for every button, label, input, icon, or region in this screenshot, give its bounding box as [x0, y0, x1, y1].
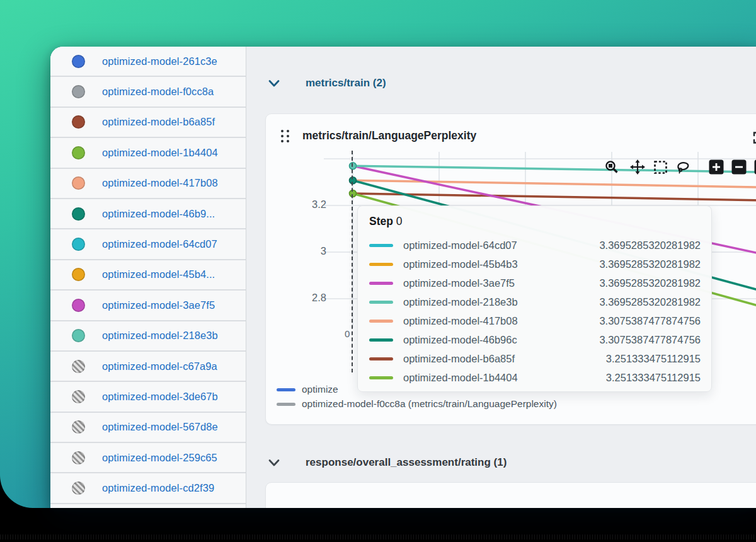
list-item[interactable]: optimized-model-cd2f39: [50, 473, 246, 504]
run-name-link[interactable]: optimized-model-46b9...: [102, 208, 215, 220]
rating-chart-card: [265, 482, 756, 508]
list-item[interactable]: optimized-model-417b08: [50, 169, 246, 199]
list-item[interactable]: optimized-model-c67a9a: [50, 352, 246, 382]
run-color-dot: [72, 85, 85, 98]
run-name-link[interactable]: optimized-model-64cd07: [102, 238, 217, 250]
series-swatch: [369, 244, 393, 247]
hover-tooltip: Step 0 optimized-model-64cd073.369528532…: [357, 205, 712, 392]
run-name-link[interactable]: optimized-model-cd2f39: [102, 482, 214, 494]
tooltip-row: optimized-model-46b96c3.3075387477874756: [369, 330, 702, 349]
tooltip-row: optimized-model-218e3b3.3695285320281982: [369, 292, 702, 311]
tooltip-row: optimized-model-64cd073.3695285320281982: [369, 236, 702, 255]
section-header-rating: response/overall_assessment/rating (1): [268, 456, 507, 469]
series-swatch: [369, 338, 393, 342]
series-swatch: [369, 301, 393, 304]
tooltip-step-title: Step 0: [369, 215, 702, 228]
list-item[interactable]: optimized-model-259c65: [50, 443, 246, 473]
run-color-dot: [72, 176, 85, 190]
modebar-pan-icon[interactable]: [629, 159, 646, 175]
bottom-texture-strip: [0, 534, 756, 539]
run-hatched-dot: [72, 360, 85, 373]
modebar-box-select-icon[interactable]: [652, 159, 668, 175]
run-color-dot: [72, 115, 85, 129]
series-swatch: [369, 376, 393, 379]
run-list-sidebar: optimized-model-261c3e optimized-model-f…: [50, 47, 246, 508]
tooltip-row: optimized-model-3ae7f53.3695285320281982: [369, 274, 702, 292]
section-header-metrics-train: metrics/train (2): [268, 77, 386, 89]
perplexity-chart-card: metrics/train/LanguagePerplexity 3.2 3 2…: [265, 113, 756, 425]
run-name-link[interactable]: optimized-model-261c3e: [102, 55, 217, 67]
modebar-lasso-select-icon[interactable]: [675, 159, 691, 175]
series-swatch: [369, 263, 393, 266]
run-name-link[interactable]: optimized-model-1b4404: [102, 147, 218, 159]
modebar-zoom-box-icon[interactable]: [604, 159, 620, 175]
section-title[interactable]: response/overall_assessment/rating (1): [306, 456, 507, 469]
run-name-link[interactable]: optimized-model-3ae7f5: [102, 299, 215, 311]
list-item[interactable]: optimized-model-b6a85f: [50, 108, 246, 138]
app-window: optimized-model-261c3e optimized-model-f…: [50, 47, 756, 508]
run-name-link[interactable]: optimized-model-567d8e: [102, 421, 218, 433]
hover-step-line: [352, 151, 353, 372]
run-hatched-dot: [72, 481, 85, 495]
run-color-dot: [72, 238, 85, 251]
chevron-down-icon[interactable]: [268, 79, 280, 88]
list-item-partial: [50, 504, 246, 508]
list-item[interactable]: optimized-model-3de67b: [50, 382, 246, 412]
section-title[interactable]: metrics/train (2): [306, 77, 386, 89]
run-name-link[interactable]: optimized-model-f0cc8a: [102, 86, 214, 98]
list-item[interactable]: optimized-model-46b9...: [50, 199, 246, 229]
series-swatch: [369, 282, 393, 285]
chart-title: metrics/train/LanguagePerplexity: [302, 129, 476, 142]
chart-card-header: metrics/train/LanguagePerplexity: [281, 129, 476, 142]
run-hatched-dot: [72, 451, 85, 464]
series-swatch: [369, 320, 393, 323]
run-name-link[interactable]: optimized-model-b6a85f: [102, 116, 215, 128]
tooltip-row: optimized-model-1b44043.251333475112915: [369, 368, 702, 387]
list-item[interactable]: optimized-model-64cd07: [50, 229, 246, 260]
run-name-link[interactable]: optimized-model-3de67b: [102, 391, 218, 403]
chevron-down-icon[interactable]: [268, 458, 280, 468]
dashboard-main: metrics/train (2) metrics/train/Language…: [246, 47, 756, 508]
run-name-link[interactable]: optimized-model-c67a9a: [102, 360, 217, 372]
list-item[interactable]: optimized-model-218e3b: [50, 321, 246, 352]
tooltip-row: optimized-model-45b4b33.3695285320281982: [369, 255, 702, 274]
drag-handle-icon[interactable]: [281, 130, 289, 142]
expand-chart-icon[interactable]: [752, 130, 756, 147]
y-axis-tick: 2.8: [297, 292, 326, 304]
run-color-dot: [72, 329, 85, 342]
modebar-zoom-in-icon[interactable]: [708, 159, 724, 175]
list-item[interactable]: optimized-model-f0cc8a: [50, 77, 246, 107]
legend-label: optimized-model-f0cc8a (metrics/train/La…: [302, 398, 557, 410]
list-item[interactable]: optimized-model-45b4...: [50, 260, 246, 291]
run-hatched-dot: [72, 420, 85, 434]
run-color-dot: [72, 207, 85, 221]
run-color-dot: [72, 55, 85, 68]
run-color-dot: [72, 268, 85, 281]
run-name-link[interactable]: optimized-model-417b08: [102, 177, 218, 189]
tooltip-row: optimized-model-417b083.3075387477874756: [369, 311, 702, 330]
legend-item[interactable]: optimize: [277, 384, 338, 395]
legend-item[interactable]: optimized-model-f0cc8a (metrics/train/La…: [277, 398, 557, 410]
x-axis-tick-zero: 0: [345, 328, 350, 339]
run-name-link[interactable]: optimized-model-259c65: [102, 452, 217, 464]
list-item[interactable]: optimized-model-1b4404: [50, 138, 246, 168]
list-item[interactable]: optimized-model-567d8e: [50, 413, 246, 443]
modebar-autoscale-icon[interactable]: [753, 159, 756, 175]
series-swatch: [369, 357, 393, 360]
list-item[interactable]: optimized-model-261c3e: [50, 47, 246, 77]
run-hatched-dot: [72, 390, 85, 403]
modebar-zoom-out-icon[interactable]: [731, 159, 747, 175]
run-color-dot: [72, 146, 85, 159]
run-color-dot: [72, 299, 85, 312]
list-item[interactable]: optimized-model-3ae7f5: [50, 291, 246, 321]
legend-label: optimize: [302, 384, 338, 395]
legend-swatch: [277, 388, 295, 391]
y-axis-tick: 3.2: [297, 199, 326, 210]
run-name-link[interactable]: optimized-model-45b4...: [102, 268, 215, 280]
legend-swatch: [277, 403, 295, 406]
tooltip-row: optimized-model-b6a85f3.251333475112915: [369, 349, 702, 368]
run-name-link[interactable]: optimized-model-218e3b: [102, 330, 218, 342]
y-axis-tick: 3: [297, 245, 326, 257]
